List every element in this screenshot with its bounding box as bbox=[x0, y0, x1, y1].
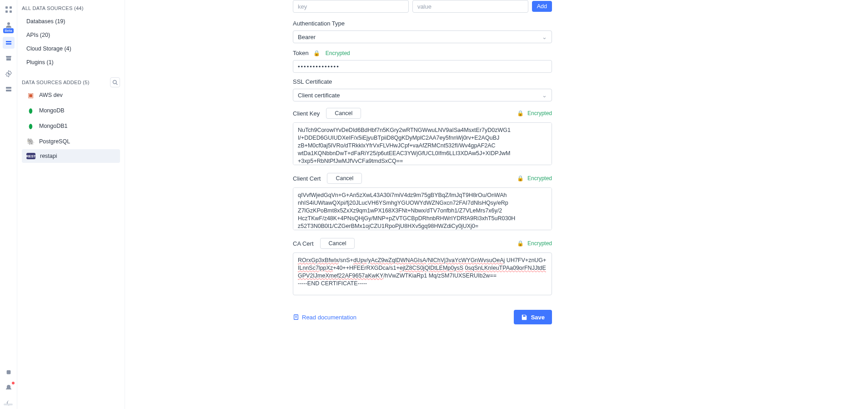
gear-icon[interactable] bbox=[3, 68, 15, 80]
shop-icon[interactable] bbox=[3, 52, 15, 64]
cancel-client-key-button[interactable]: Cancel bbox=[326, 108, 361, 119]
svg-rect-8 bbox=[6, 370, 10, 374]
lock-icon: 🔒 bbox=[517, 240, 524, 247]
datasources-icon[interactable] bbox=[3, 37, 15, 49]
server-icon[interactable] bbox=[3, 83, 15, 95]
encrypted-badge: Encrypted bbox=[527, 240, 552, 247]
lock-icon: 🔒 bbox=[517, 175, 524, 182]
svg-point-4 bbox=[7, 22, 10, 25]
token-input[interactable]: •••••••••••••• bbox=[293, 60, 552, 73]
ca-cert-label: CA Cert bbox=[293, 240, 314, 247]
cat-cloud-storage[interactable]: Cloud Storage (4) bbox=[22, 42, 120, 56]
cancel-client-cert-button[interactable]: Cancel bbox=[327, 173, 362, 184]
svg-rect-0 bbox=[5, 6, 8, 9]
ds-mongodb1[interactable]: ⬮ MongoDB1 bbox=[22, 118, 120, 134]
auth-type-value: Bearer bbox=[298, 34, 316, 40]
icon-rail: Beta bbox=[0, 0, 17, 409]
ssl-label: SSL Certificate bbox=[293, 78, 552, 85]
svg-rect-7 bbox=[6, 90, 11, 91]
chevron-down-icon: ⌄ bbox=[542, 92, 547, 99]
read-documentation-link[interactable]: Read documentation bbox=[293, 314, 356, 321]
ca-cert-textarea[interactable]: ROrxGp3xBfwIx/snS+dUpv/yAcZ9wZqlDWNAGIsA… bbox=[293, 252, 552, 295]
lock-icon: 🔒 bbox=[313, 50, 320, 56]
help-icon[interactable] bbox=[3, 366, 15, 378]
save-button[interactable]: Save bbox=[514, 310, 552, 324]
chevron-down-icon: ⌄ bbox=[542, 34, 547, 40]
moon-icon[interactable] bbox=[3, 397, 15, 409]
svg-rect-2 bbox=[5, 10, 8, 13]
svg-rect-6 bbox=[6, 87, 11, 89]
svg-point-9 bbox=[113, 81, 117, 84]
encrypted-badge: Encrypted bbox=[527, 175, 552, 182]
client-cert-textarea[interactable] bbox=[293, 187, 552, 230]
bottom-indicator bbox=[4, 404, 13, 405]
svg-rect-1 bbox=[10, 6, 12, 9]
ds-label: MongoDB bbox=[39, 107, 65, 114]
mongo-icon: ⬮ bbox=[26, 122, 35, 130]
encrypted-badge: Encrypted bbox=[527, 110, 552, 116]
cat-apis[interactable]: APIs (20) bbox=[22, 28, 120, 42]
svg-rect-3 bbox=[10, 10, 12, 13]
search-icon[interactable] bbox=[110, 77, 120, 87]
cat-databases[interactable]: Databases (19) bbox=[22, 15, 120, 28]
ds-label: restapi bbox=[40, 153, 57, 159]
apps-icon[interactable] bbox=[3, 4, 15, 15]
ssl-value: Client certificate bbox=[298, 92, 340, 99]
sidebar: ALL DATA SOURCES (44) Databases (19) API… bbox=[17, 0, 125, 409]
token-label: Token bbox=[293, 50, 309, 56]
save-icon bbox=[521, 314, 527, 320]
encrypted-badge: Encrypted bbox=[326, 50, 350, 56]
ds-postgres[interactable]: 🐘 PostgreSQL bbox=[22, 134, 120, 149]
client-key-label: Client Key bbox=[293, 110, 320, 117]
all-datasources-header: ALL DATA SOURCES (44) bbox=[22, 4, 120, 15]
lock-icon: 🔒 bbox=[517, 110, 524, 116]
add-button[interactable]: Add bbox=[532, 1, 552, 12]
ds-label: AWS dev bbox=[39, 92, 63, 98]
client-key-textarea[interactable] bbox=[293, 122, 552, 165]
restapi-icon: REST bbox=[26, 153, 35, 159]
header-key-input[interactable] bbox=[293, 0, 409, 13]
ds-restapi[interactable]: REST restapi bbox=[22, 149, 120, 163]
auth-type-select[interactable]: Bearer ⌄ bbox=[293, 30, 552, 43]
auth-type-label: Authentication Type bbox=[293, 20, 552, 27]
client-cert-label: Client Cert bbox=[293, 175, 321, 182]
mongo-icon: ⬮ bbox=[26, 106, 35, 115]
header-value-input[interactable] bbox=[412, 0, 528, 13]
bell-icon[interactable] bbox=[3, 382, 15, 394]
ssl-cert-select[interactable]: Client certificate ⌄ bbox=[293, 89, 552, 101]
postgres-icon: 🐘 bbox=[26, 137, 35, 146]
svg-rect-10 bbox=[294, 315, 298, 320]
ds-label: MongoDB1 bbox=[39, 123, 68, 129]
beta-badge: Beta bbox=[3, 28, 13, 33]
cat-plugins[interactable]: Plugins (1) bbox=[22, 56, 120, 69]
cancel-ca-cert-button[interactable]: Cancel bbox=[320, 238, 355, 249]
ds-label: PostgreSQL bbox=[39, 138, 70, 145]
aws-icon: ▣ bbox=[26, 91, 35, 99]
doc-icon bbox=[293, 314, 299, 320]
main: Add Authentication Type Bearer ⌄ Token 🔒… bbox=[125, 0, 868, 409]
added-header: DATA SOURCES ADDED (5) bbox=[22, 80, 90, 85]
ds-mongodb[interactable]: ⬮ MongoDB bbox=[22, 103, 120, 118]
ds-aws[interactable]: ▣ AWS dev bbox=[22, 87, 120, 103]
